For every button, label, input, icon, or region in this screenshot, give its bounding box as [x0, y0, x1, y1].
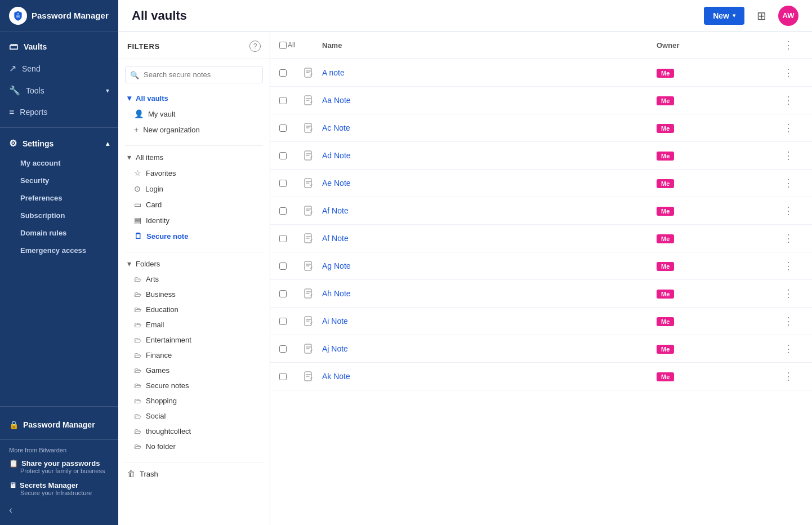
row-checkbox-7[interactable]: [279, 262, 287, 270]
filter-folder-games[interactable]: 🗁 Games: [118, 363, 270, 378]
sidebar-sub-security[interactable]: Security: [0, 172, 118, 189]
row-checkbox-0[interactable]: [279, 69, 287, 77]
row-checkbox-6[interactable]: [279, 235, 287, 242]
filter-folder-entertainment[interactable]: 🗁 Entertainment: [118, 332, 270, 348]
table-row[interactable]: Ad Note Me ⋮: [270, 142, 812, 170]
filter-trash[interactable]: 🗑 Trash: [118, 466, 270, 482]
filter-identity[interactable]: ▤ Identity: [118, 212, 270, 228]
owner-badge: Me: [657, 207, 674, 216]
row-more-button[interactable]: ⋮: [780, 120, 796, 136]
row-more-button[interactable]: ⋮: [780, 65, 796, 81]
filter-favorites[interactable]: ☆ Favorites: [118, 165, 270, 181]
row-checkbox-9[interactable]: [279, 318, 287, 325]
table-row[interactable]: A note Me ⋮: [270, 59, 812, 87]
filter-folder-no-folder[interactable]: 🗁 No folder: [118, 439, 270, 454]
sidebar-item-send[interactable]: ↗ Send: [0, 57, 118, 79]
row-more-button[interactable]: ⋮: [780, 258, 796, 274]
password-manager-product[interactable]: 🔒 Password Manager: [9, 416, 109, 430]
table-row[interactable]: Af Note Me ⋮: [270, 225, 812, 252]
filter-folder-social[interactable]: 🗁 Social: [118, 408, 270, 424]
row-more-button[interactable]: ⋮: [780, 313, 796, 329]
filter-folder-secure-notes[interactable]: 🗁 Secure notes: [118, 378, 270, 393]
share-passwords-promo[interactable]: 📋 Share your passwords Protect your fami…: [0, 456, 118, 478]
filter-folder-business[interactable]: 🗁 Business: [118, 287, 270, 302]
row-more-button[interactable]: ⋮: [780, 286, 796, 301]
row-checkbox-2[interactable]: [279, 124, 287, 132]
row-checkbox-8[interactable]: [279, 290, 287, 297]
row-checkbox-5[interactable]: [279, 207, 287, 215]
sidebar-sub-emergency-access[interactable]: Emergency access: [0, 242, 118, 259]
row-actions-col: ⋮: [780, 65, 803, 81]
table-row[interactable]: Aj Note Me ⋮: [270, 335, 812, 363]
sidebar-item-tools[interactable]: 🔧 Tools ▾: [0, 79, 118, 101]
table-row[interactable]: Ac Note Me ⋮: [270, 114, 812, 142]
row-checkbox-3[interactable]: [279, 152, 287, 159]
grid-view-button[interactable]: ⊞: [751, 6, 771, 26]
filters-help-icon[interactable]: ?: [249, 41, 261, 52]
table-row[interactable]: Ai Note Me ⋮: [270, 308, 812, 335]
row-more-button[interactable]: ⋮: [780, 203, 796, 219]
row-more-button[interactable]: ⋮: [780, 92, 796, 108]
filter-folders-header[interactable]: ▾ Folders: [118, 256, 270, 272]
row-checkbox-1[interactable]: [279, 97, 287, 104]
item-name: Ad Note: [322, 151, 351, 160]
sidebar-sub-subscription[interactable]: Subscription: [0, 207, 118, 224]
search-input[interactable]: [125, 66, 263, 83]
row-owner-col: Me: [657, 179, 780, 188]
folder-thoughtcollect-label: thoughtcollect: [146, 427, 191, 435]
folder-no-folder-icon: 🗁: [134, 442, 141, 451]
filter-folder-email[interactable]: 🗁 Email: [118, 317, 270, 332]
filter-folder-shopping[interactable]: 🗁 Shopping: [118, 393, 270, 408]
filters-header: FILTERS ?: [118, 32, 270, 59]
row-actions-col: ⋮: [780, 230, 803, 246]
note-icon: [302, 94, 315, 107]
sidebar-sub-preferences[interactable]: Preferences: [0, 189, 118, 207]
table-row[interactable]: Af Note Me ⋮: [270, 197, 812, 225]
tools-icon: 🔧: [9, 85, 20, 96]
folder-games-label: Games: [146, 366, 169, 375]
filter-login[interactable]: ⊙ Login: [118, 181, 270, 197]
header-more-button[interactable]: ⋮: [780, 37, 796, 53]
sidebar-item-settings[interactable]: ⚙ Settings ▴: [0, 132, 118, 154]
identity-label: Identity: [146, 216, 169, 225]
filter-folder-finance[interactable]: 🗁 Finance: [118, 348, 270, 363]
avatar[interactable]: AW: [778, 6, 798, 26]
new-button[interactable]: New ▾: [704, 7, 744, 25]
row-checkbox-4[interactable]: [279, 180, 287, 187]
filter-secure-note[interactable]: 🗒 Secure note: [118, 228, 270, 244]
filter-card[interactable]: ▭ Card: [118, 197, 270, 212]
row-more-button[interactable]: ⋮: [780, 368, 796, 384]
sidebar-collapse-button[interactable]: ‹: [0, 500, 118, 520]
filter-all-vaults[interactable]: ▾ All vaults: [118, 90, 270, 106]
secrets-manager-promo[interactable]: 🖥 Secrets Manager Secure your Infrastruc…: [0, 478, 118, 500]
sidebar-sub-domain-rules[interactable]: Domain rules: [0, 224, 118, 242]
sidebar-sub-my-account[interactable]: My account: [0, 154, 118, 172]
select-all-checkbox[interactable]: [279, 42, 287, 49]
row-more-button[interactable]: ⋮: [780, 341, 796, 357]
sidebar-item-reports[interactable]: ≡ Reports: [0, 101, 118, 123]
row-name-col: A note: [322, 68, 657, 77]
row-checkbox-11[interactable]: [279, 373, 287, 380]
row-more-button[interactable]: ⋮: [780, 148, 796, 163]
row-checkbox-10[interactable]: [279, 345, 287, 353]
filter-all-items[interactable]: ▾ All items: [118, 149, 270, 165]
row-more-button[interactable]: ⋮: [780, 175, 796, 191]
settings-label: Settings: [23, 139, 53, 148]
table-row[interactable]: Ae Note Me ⋮: [270, 170, 812, 197]
sidebar-bottom: 🔒 Password Manager More from Bitwarden 📋…: [0, 406, 118, 525]
table-row[interactable]: Ag Note Me ⋮: [270, 252, 812, 280]
row-more-button[interactable]: ⋮: [780, 230, 796, 246]
table-row[interactable]: Aa Note Me ⋮: [270, 87, 812, 114]
row-icon-col: [302, 232, 322, 245]
filter-my-vault[interactable]: 👤 My vault: [118, 106, 270, 122]
filter-folder-thoughtcollect[interactable]: 🗁 thoughtcollect: [118, 424, 270, 439]
filter-new-org[interactable]: + New organization: [118, 122, 270, 137]
table-row[interactable]: Ah Note Me ⋮: [270, 280, 812, 308]
row-icon-col: [302, 259, 322, 273]
filter-folder-education[interactable]: 🗁 Education: [118, 302, 270, 317]
tools-label: Tools: [26, 86, 44, 95]
sidebar-item-vaults[interactable]: 🗃 Vaults: [0, 36, 118, 57]
table-row[interactable]: Ak Note Me ⋮: [270, 363, 812, 390]
folder-social-label: Social: [146, 412, 166, 420]
filter-folder-arts[interactable]: 🗁 Arts: [118, 272, 270, 287]
